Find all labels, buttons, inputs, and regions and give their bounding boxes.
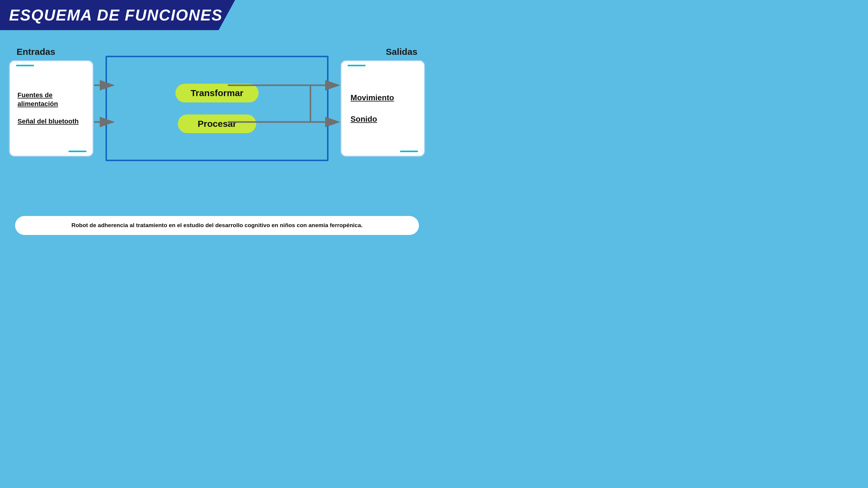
bottom-caption: Robot de adherencia al tratamiento en el… <box>15 216 419 235</box>
entradas-label: Entradas <box>17 47 55 57</box>
process-box: Transformar Procesar <box>105 56 329 161</box>
output-item-1: Movimiento <box>350 93 394 102</box>
function-pill-1: Transformar <box>176 84 258 102</box>
input-item-2: Señal del bluetooth <box>18 117 79 126</box>
inputs-box: Fuentes de alimentación Señal del blueto… <box>9 60 93 157</box>
salidas-label: Salidas <box>386 47 417 57</box>
page-title: ESQUEMA DE FUNCIONES <box>9 6 222 24</box>
function-pill-2: Procesar <box>178 115 256 133</box>
process-inner: Transformar Procesar <box>107 57 327 160</box>
header-banner: ESQUEMA DE FUNCIONES <box>0 0 235 30</box>
input-item-1: Fuentes de alimentación <box>18 91 85 108</box>
output-item-2: Sonido <box>350 115 377 124</box>
outputs-box: Movimiento Sonido <box>341 60 425 157</box>
